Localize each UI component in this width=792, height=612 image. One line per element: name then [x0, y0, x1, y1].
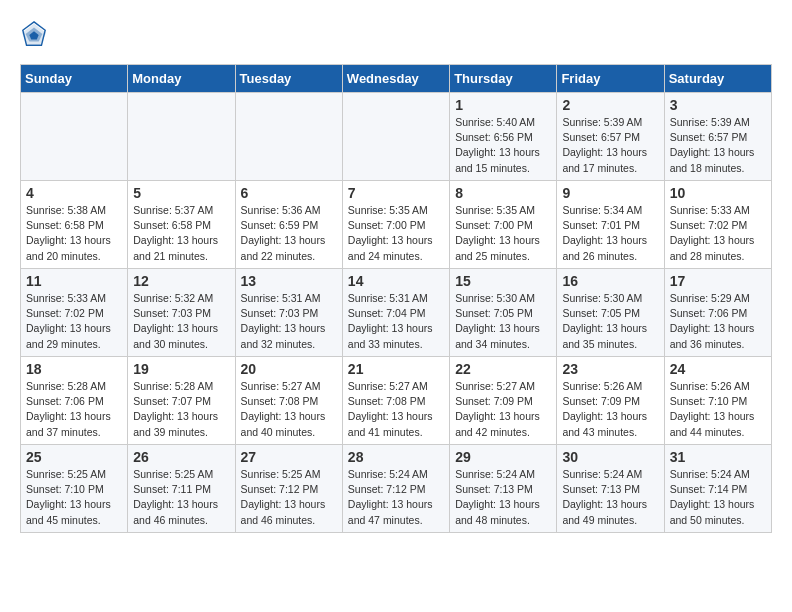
day-cell: 18Sunrise: 5:28 AM Sunset: 7:06 PM Dayli…: [21, 357, 128, 445]
day-info: Sunrise: 5:35 AM Sunset: 7:00 PM Dayligh…: [348, 203, 444, 264]
day-cell: [128, 93, 235, 181]
day-cell: 10Sunrise: 5:33 AM Sunset: 7:02 PM Dayli…: [664, 181, 771, 269]
day-info: Sunrise: 5:24 AM Sunset: 7:12 PM Dayligh…: [348, 467, 444, 528]
day-info: Sunrise: 5:36 AM Sunset: 6:59 PM Dayligh…: [241, 203, 337, 264]
day-number: 31: [670, 449, 766, 465]
day-info: Sunrise: 5:25 AM Sunset: 7:10 PM Dayligh…: [26, 467, 122, 528]
day-number: 29: [455, 449, 551, 465]
day-cell: 17Sunrise: 5:29 AM Sunset: 7:06 PM Dayli…: [664, 269, 771, 357]
day-info: Sunrise: 5:24 AM Sunset: 7:13 PM Dayligh…: [455, 467, 551, 528]
day-cell: 22Sunrise: 5:27 AM Sunset: 7:09 PM Dayli…: [450, 357, 557, 445]
week-row-1: 1Sunrise: 5:40 AM Sunset: 6:56 PM Daylig…: [21, 93, 772, 181]
day-number: 19: [133, 361, 229, 377]
header-row: SundayMondayTuesdayWednesdayThursdayFrid…: [21, 65, 772, 93]
header-cell-wednesday: Wednesday: [342, 65, 449, 93]
header-cell-thursday: Thursday: [450, 65, 557, 93]
day-number: 13: [241, 273, 337, 289]
day-number: 14: [348, 273, 444, 289]
day-cell: 27Sunrise: 5:25 AM Sunset: 7:12 PM Dayli…: [235, 445, 342, 533]
day-cell: 19Sunrise: 5:28 AM Sunset: 7:07 PM Dayli…: [128, 357, 235, 445]
day-number: 25: [26, 449, 122, 465]
day-cell: 14Sunrise: 5:31 AM Sunset: 7:04 PM Dayli…: [342, 269, 449, 357]
day-info: Sunrise: 5:24 AM Sunset: 7:14 PM Dayligh…: [670, 467, 766, 528]
day-cell: 16Sunrise: 5:30 AM Sunset: 7:05 PM Dayli…: [557, 269, 664, 357]
day-info: Sunrise: 5:26 AM Sunset: 7:09 PM Dayligh…: [562, 379, 658, 440]
day-number: 17: [670, 273, 766, 289]
day-number: 18: [26, 361, 122, 377]
day-info: Sunrise: 5:25 AM Sunset: 7:11 PM Dayligh…: [133, 467, 229, 528]
day-number: 9: [562, 185, 658, 201]
day-number: 2: [562, 97, 658, 113]
day-cell: 5Sunrise: 5:37 AM Sunset: 6:58 PM Daylig…: [128, 181, 235, 269]
day-number: 26: [133, 449, 229, 465]
day-cell: 1Sunrise: 5:40 AM Sunset: 6:56 PM Daylig…: [450, 93, 557, 181]
day-cell: 8Sunrise: 5:35 AM Sunset: 7:00 PM Daylig…: [450, 181, 557, 269]
day-cell: 24Sunrise: 5:26 AM Sunset: 7:10 PM Dayli…: [664, 357, 771, 445]
calendar-header: SundayMondayTuesdayWednesdayThursdayFrid…: [21, 65, 772, 93]
day-info: Sunrise: 5:27 AM Sunset: 7:08 PM Dayligh…: [348, 379, 444, 440]
day-info: Sunrise: 5:33 AM Sunset: 7:02 PM Dayligh…: [670, 203, 766, 264]
day-number: 15: [455, 273, 551, 289]
day-cell: [235, 93, 342, 181]
day-info: Sunrise: 5:24 AM Sunset: 7:13 PM Dayligh…: [562, 467, 658, 528]
day-cell: 2Sunrise: 5:39 AM Sunset: 6:57 PM Daylig…: [557, 93, 664, 181]
day-info: Sunrise: 5:27 AM Sunset: 7:08 PM Dayligh…: [241, 379, 337, 440]
day-info: Sunrise: 5:35 AM Sunset: 7:00 PM Dayligh…: [455, 203, 551, 264]
day-info: Sunrise: 5:39 AM Sunset: 6:57 PM Dayligh…: [562, 115, 658, 176]
day-number: 10: [670, 185, 766, 201]
day-cell: [21, 93, 128, 181]
day-info: Sunrise: 5:30 AM Sunset: 7:05 PM Dayligh…: [455, 291, 551, 352]
calendar-table: SundayMondayTuesdayWednesdayThursdayFrid…: [20, 64, 772, 533]
day-info: Sunrise: 5:37 AM Sunset: 6:58 PM Dayligh…: [133, 203, 229, 264]
day-info: Sunrise: 5:32 AM Sunset: 7:03 PM Dayligh…: [133, 291, 229, 352]
day-cell: 31Sunrise: 5:24 AM Sunset: 7:14 PM Dayli…: [664, 445, 771, 533]
day-info: Sunrise: 5:40 AM Sunset: 6:56 PM Dayligh…: [455, 115, 551, 176]
day-info: Sunrise: 5:31 AM Sunset: 7:04 PM Dayligh…: [348, 291, 444, 352]
day-number: 21: [348, 361, 444, 377]
day-info: Sunrise: 5:29 AM Sunset: 7:06 PM Dayligh…: [670, 291, 766, 352]
day-info: Sunrise: 5:25 AM Sunset: 7:12 PM Dayligh…: [241, 467, 337, 528]
day-cell: [342, 93, 449, 181]
day-number: 8: [455, 185, 551, 201]
day-cell: 28Sunrise: 5:24 AM Sunset: 7:12 PM Dayli…: [342, 445, 449, 533]
day-cell: 15Sunrise: 5:30 AM Sunset: 7:05 PM Dayli…: [450, 269, 557, 357]
day-cell: 9Sunrise: 5:34 AM Sunset: 7:01 PM Daylig…: [557, 181, 664, 269]
day-number: 30: [562, 449, 658, 465]
week-row-4: 18Sunrise: 5:28 AM Sunset: 7:06 PM Dayli…: [21, 357, 772, 445]
day-cell: 30Sunrise: 5:24 AM Sunset: 7:13 PM Dayli…: [557, 445, 664, 533]
week-row-5: 25Sunrise: 5:25 AM Sunset: 7:10 PM Dayli…: [21, 445, 772, 533]
day-number: 16: [562, 273, 658, 289]
header-cell-saturday: Saturday: [664, 65, 771, 93]
day-number: 3: [670, 97, 766, 113]
page-header: [20, 20, 772, 48]
day-cell: 21Sunrise: 5:27 AM Sunset: 7:08 PM Dayli…: [342, 357, 449, 445]
day-number: 20: [241, 361, 337, 377]
calendar-body: 1Sunrise: 5:40 AM Sunset: 6:56 PM Daylig…: [21, 93, 772, 533]
day-info: Sunrise: 5:28 AM Sunset: 7:06 PM Dayligh…: [26, 379, 122, 440]
day-number: 12: [133, 273, 229, 289]
day-number: 5: [133, 185, 229, 201]
header-cell-tuesday: Tuesday: [235, 65, 342, 93]
day-cell: 11Sunrise: 5:33 AM Sunset: 7:02 PM Dayli…: [21, 269, 128, 357]
day-cell: 12Sunrise: 5:32 AM Sunset: 7:03 PM Dayli…: [128, 269, 235, 357]
day-number: 23: [562, 361, 658, 377]
day-info: Sunrise: 5:27 AM Sunset: 7:09 PM Dayligh…: [455, 379, 551, 440]
header-cell-sunday: Sunday: [21, 65, 128, 93]
day-cell: 25Sunrise: 5:25 AM Sunset: 7:10 PM Dayli…: [21, 445, 128, 533]
day-info: Sunrise: 5:34 AM Sunset: 7:01 PM Dayligh…: [562, 203, 658, 264]
week-row-2: 4Sunrise: 5:38 AM Sunset: 6:58 PM Daylig…: [21, 181, 772, 269]
day-info: Sunrise: 5:33 AM Sunset: 7:02 PM Dayligh…: [26, 291, 122, 352]
logo: [20, 20, 52, 48]
day-info: Sunrise: 5:30 AM Sunset: 7:05 PM Dayligh…: [562, 291, 658, 352]
day-cell: 7Sunrise: 5:35 AM Sunset: 7:00 PM Daylig…: [342, 181, 449, 269]
day-info: Sunrise: 5:28 AM Sunset: 7:07 PM Dayligh…: [133, 379, 229, 440]
day-number: 4: [26, 185, 122, 201]
day-cell: 26Sunrise: 5:25 AM Sunset: 7:11 PM Dayli…: [128, 445, 235, 533]
day-number: 27: [241, 449, 337, 465]
day-cell: 20Sunrise: 5:27 AM Sunset: 7:08 PM Dayli…: [235, 357, 342, 445]
header-cell-monday: Monday: [128, 65, 235, 93]
day-cell: 4Sunrise: 5:38 AM Sunset: 6:58 PM Daylig…: [21, 181, 128, 269]
week-row-3: 11Sunrise: 5:33 AM Sunset: 7:02 PM Dayli…: [21, 269, 772, 357]
logo-icon: [20, 20, 48, 48]
day-number: 7: [348, 185, 444, 201]
